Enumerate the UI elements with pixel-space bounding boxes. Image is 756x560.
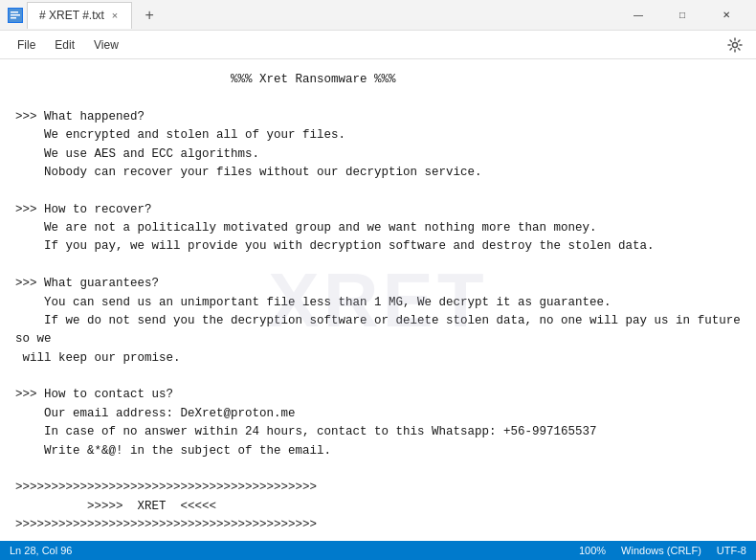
app-icon [8, 8, 23, 23]
svg-point-4 [733, 42, 738, 47]
title-bar-left [8, 8, 23, 23]
line-ending-status[interactable]: Windows (CRLF) [621, 545, 701, 556]
close-button[interactable]: ✕ [704, 0, 748, 31]
menu-bar: File Edit View [0, 31, 756, 59]
tab-close-button[interactable]: × [110, 10, 120, 21]
tab-area: # XRET #.txt × + [27, 2, 616, 29]
encoding-status[interactable]: UTF-8 [717, 545, 746, 556]
svg-rect-2 [11, 14, 20, 16]
minimize-button[interactable]: — [616, 0, 660, 31]
menu-view[interactable]: View [84, 34, 128, 56]
status-bar: Ln 28, Col 96 100% Windows (CRLF) UTF-8 [0, 541, 756, 560]
active-tab[interactable]: # XRET #.txt × [27, 2, 132, 29]
menu-file[interactable]: File [8, 34, 45, 56]
maximize-button[interactable]: □ [660, 0, 704, 31]
line-col-status[interactable]: Ln 28, Col 96 [10, 545, 72, 556]
new-tab-button[interactable]: + [136, 2, 163, 29]
status-right: 100% Windows (CRLF) UTF-8 [579, 545, 746, 556]
window-controls: — □ ✕ [616, 0, 748, 31]
ransom-note-text: %%% Xret Ransomware %%% >>> What happene… [15, 71, 741, 541]
title-bar: # XRET #.txt × + — □ ✕ [0, 0, 756, 31]
menu-edit[interactable]: Edit [45, 34, 84, 56]
settings-icon[interactable] [722, 32, 748, 58]
svg-rect-1 [11, 11, 18, 13]
text-editor-content[interactable]: XRET %%% Xret Ransomware %%% >>> What ha… [0, 59, 756, 541]
tab-label: # XRET #.txt [39, 9, 104, 22]
svg-rect-3 [11, 17, 16, 19]
zoom-status[interactable]: 100% [579, 545, 606, 556]
